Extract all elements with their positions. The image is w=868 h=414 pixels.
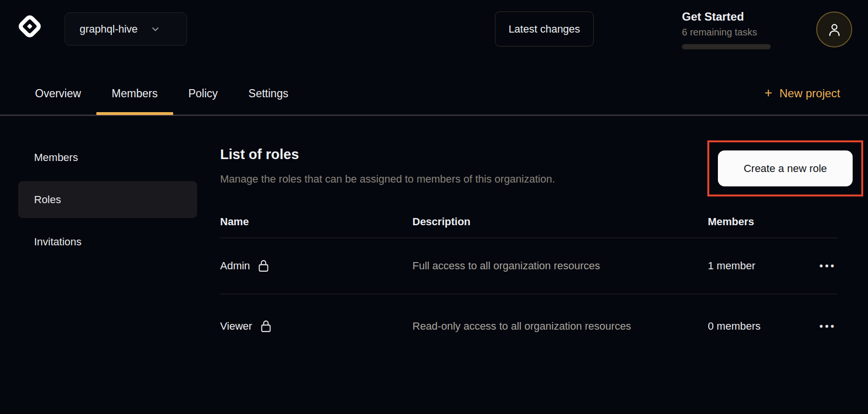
column-header-members: Members <box>708 216 818 228</box>
organization-roles-page: graphql-hive Latest changes Get Started … <box>0 0 868 414</box>
page-subtitle: Manage the roles that can be assigned to… <box>220 173 555 185</box>
ellipsis-icon: ••• <box>819 260 836 272</box>
sidebar-item-roles[interactable]: Roles <box>18 181 197 218</box>
role-name: Viewer <box>220 320 252 333</box>
table-header-row: Name Description Members <box>220 206 837 238</box>
user-avatar-button[interactable] <box>816 12 852 47</box>
annotation-highlight-box: Create a new role <box>707 140 863 196</box>
tab-overview[interactable]: Overview <box>20 72 96 115</box>
get-started-remaining-tasks: 6 remaining tasks <box>682 26 771 38</box>
tab-members[interactable]: Members <box>96 72 173 115</box>
table-row: Viewer Read-only access to all organizat… <box>220 294 837 358</box>
hive-logo-icon[interactable] <box>16 12 44 40</box>
tab-policy[interactable]: Policy <box>173 72 233 115</box>
page-title: List of roles <box>220 147 299 162</box>
plus-icon: + <box>764 86 772 100</box>
column-header-name: Name <box>220 216 412 228</box>
row-actions-menu-button[interactable]: ••• <box>818 318 837 334</box>
column-header-description: Description <box>412 216 708 228</box>
new-project-button[interactable]: + New project <box>764 72 840 115</box>
create-new-role-button[interactable]: Create a new role <box>718 150 853 186</box>
organization-switcher[interactable]: graphql-hive <box>65 12 187 46</box>
role-description: Full access to all organization resource… <box>412 257 652 275</box>
latest-changes-button[interactable]: Latest changes <box>495 12 594 46</box>
lock-icon <box>258 259 270 273</box>
chevron-down-icon <box>150 24 161 34</box>
roles-table: Name Description Members Admin Full acce… <box>220 206 837 358</box>
get-started-title: Get Started <box>682 10 771 24</box>
members-sidebar: Members Roles Invitations <box>18 139 197 260</box>
lock-icon <box>260 320 272 334</box>
organization-tabs: Overview Members Policy Settings <box>20 72 304 115</box>
tab-settings[interactable]: Settings <box>233 72 304 115</box>
row-actions-menu-button[interactable]: ••• <box>818 258 837 274</box>
table-row: Admin Full access to all organization re… <box>220 238 837 294</box>
sidebar-item-members[interactable]: Members <box>18 139 197 176</box>
role-description: Read-only access to all organization res… <box>412 317 652 335</box>
role-name: Admin <box>220 260 250 272</box>
role-member-count: 0 members <box>708 320 818 333</box>
sidebar-item-invitations[interactable]: Invitations <box>18 223 197 260</box>
get-started-widget[interactable]: Get Started 6 remaining tasks <box>682 10 771 49</box>
get-started-progress-bar <box>682 44 771 49</box>
ellipsis-icon: ••• <box>819 320 836 332</box>
organization-name: graphql-hive <box>80 23 138 35</box>
new-project-label: New project <box>779 87 840 100</box>
role-member-count: 1 member <box>708 260 818 272</box>
person-icon <box>826 22 843 38</box>
